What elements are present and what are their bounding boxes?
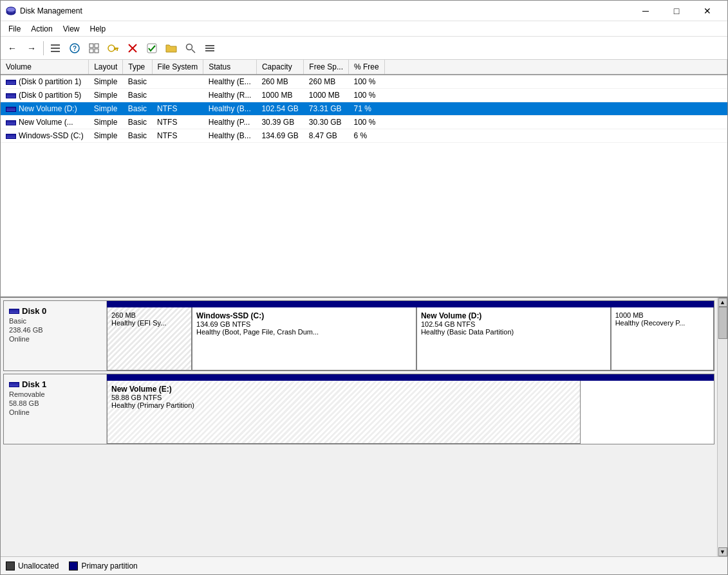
disk0-icon: [9, 309, 19, 314]
toolbar-menu[interactable]: [201, 39, 219, 57]
extra-cell: [384, 102, 727, 116]
svg-rect-15: [115, 49, 116, 50]
scroll-thumb[interactable]: [718, 307, 727, 339]
app-icon: [6, 6, 16, 16]
disk1-name: Disk 1: [22, 379, 46, 389]
disk0-partition-3[interactable]: New Volume (D:) 102.54 GB NTFS Healthy (…: [416, 307, 611, 370]
col-header-filesystem[interactable]: File System: [152, 60, 203, 75]
toolbar-help[interactable]: ?: [66, 39, 84, 57]
volume-cell: New Volume (D:): [1, 102, 89, 116]
col-header-extra: [384, 60, 727, 75]
table-row[interactable]: (Disk 0 partition 1)SimpleBasicHealthy (…: [1, 75, 727, 89]
vertical-scrollbar[interactable]: ▲ ▼: [717, 298, 727, 556]
extra-cell: [384, 129, 727, 143]
legend-primary-box: [69, 561, 78, 570]
scroll-down-arrow[interactable]: ▼: [718, 547, 727, 556]
svg-text:?: ?: [73, 45, 77, 52]
disk0-type: Basic: [9, 317, 101, 325]
e1-status: Healthy (Primary Partition): [111, 401, 576, 409]
table-row[interactable]: New Volume (...SimpleBasicNTFSHealthy (P…: [1, 116, 727, 129]
legend-primary: Primary partition: [69, 561, 137, 570]
scroll-track[interactable]: [718, 307, 727, 547]
p2-size: 134.69 GB NTFS: [196, 320, 412, 328]
legend-area: Unallocated Primary partition: [1, 556, 727, 574]
disk0-partitions: 260 MB Healthy (EFI Sy... Windows-SSD (C…: [107, 301, 714, 370]
minimize-button[interactable]: ─: [631, 1, 660, 21]
type-cell: Basic: [123, 89, 152, 102]
capacity-cell: 134.69 GB: [256, 129, 303, 143]
menu-file[interactable]: File: [3, 23, 26, 35]
toolbar-key[interactable]: [104, 39, 122, 57]
col-header-volume[interactable]: Volume: [1, 60, 89, 75]
menu-help[interactable]: Help: [85, 23, 111, 35]
col-header-free[interactable]: Free Sp...: [304, 60, 349, 75]
extra-cell: [384, 89, 727, 102]
disk1-header-bar: [107, 374, 714, 381]
svg-rect-3: [51, 44, 60, 46]
svg-point-12: [108, 45, 115, 51]
toolbar-delete[interactable]: [124, 39, 142, 57]
svg-rect-5: [51, 51, 60, 52]
maximize-button[interactable]: □: [662, 1, 691, 21]
extra-cell: [384, 116, 727, 129]
col-header-capacity[interactable]: Capacity: [256, 60, 303, 75]
filesystem-cell: NTFS: [152, 116, 203, 129]
layout-cell: Simple: [89, 102, 123, 116]
type-cell: Basic: [123, 75, 152, 89]
menu-view[interactable]: View: [58, 23, 85, 35]
table-row[interactable]: Windows-SSD (C:)SimpleBasicNTFSHealthy (…: [1, 129, 727, 143]
toolbar-separator-1: [43, 41, 44, 55]
disk1-empty: [581, 381, 714, 444]
disk1-icon: [9, 382, 19, 387]
toolbar-folder[interactable]: [162, 39, 180, 57]
svg-rect-4: [51, 48, 60, 49]
disk0-partition-2[interactable]: Windows-SSD (C:) 134.69 GB NTFS Healthy …: [192, 307, 416, 370]
toolbar-check[interactable]: [143, 39, 161, 57]
status-cell: Healthy (R...: [203, 89, 257, 102]
menu-action[interactable]: Action: [26, 23, 57, 35]
disk0-info: Disk 0 Basic 238.46 GB Online: [4, 301, 107, 370]
p4-status: Healthy (Recovery P...: [615, 319, 709, 327]
svg-rect-14: [117, 49, 118, 51]
volume-icon: [6, 134, 16, 139]
main-window: Disk Management ─ □ ✕ File Action View H…: [0, 0, 728, 575]
p2-status: Healthy (Boot, Page File, Crash Dum...: [196, 328, 412, 336]
disk0-status: Online: [9, 335, 101, 343]
svg-rect-21: [205, 45, 214, 46]
col-header-pctfree[interactable]: % Free: [349, 60, 385, 75]
table-row[interactable]: (Disk 0 partition 5)SimpleBasicHealthy (…: [1, 89, 727, 102]
col-header-type[interactable]: Type: [123, 60, 152, 75]
close-button[interactable]: ✕: [693, 1, 722, 21]
toolbar-list[interactable]: [46, 39, 64, 57]
volume-cell: (Disk 0 partition 1): [1, 75, 89, 89]
free-cell: 73.31 GB: [304, 102, 349, 116]
status-cell: Healthy (B...: [203, 129, 257, 143]
disk1-size: 58.88 GB: [9, 399, 101, 407]
volume-icon: [6, 120, 16, 125]
volume-cell: Windows-SSD (C:): [1, 129, 89, 143]
disk0-partition-1[interactable]: 260 MB Healthy (EFI Sy...: [107, 307, 192, 370]
scroll-up-arrow[interactable]: ▲: [718, 298, 727, 307]
toolbar-forward[interactable]: →: [23, 39, 41, 57]
p3-size: 102.54 GB NTFS: [421, 320, 606, 328]
disk1-partition-1[interactable]: New Volume (E:) 58.88 GB NTFS Healthy (P…: [107, 381, 581, 444]
toolbar-back[interactable]: ←: [3, 39, 21, 57]
disk1-visual: Disk 1 Removable 58.88 GB Online New Vol…: [3, 374, 714, 444]
col-header-layout[interactable]: Layout: [89, 60, 123, 75]
toolbar-search[interactable]: [182, 39, 200, 57]
disk-table-area[interactable]: Volume Layout Type File System Status Ca…: [1, 60, 727, 298]
volume-cell: (Disk 0 partition 5): [1, 89, 89, 102]
table-row[interactable]: New Volume (D:)SimpleBasicNTFSHealthy (B…: [1, 102, 727, 116]
volume-icon: [6, 107, 16, 112]
toolbar-grid[interactable]: [85, 39, 103, 57]
disk0-header-bar: [107, 301, 714, 307]
pctfree-cell: 6 %: [349, 129, 385, 143]
p1-size: 260 MB: [111, 311, 187, 319]
col-header-status[interactable]: Status: [203, 60, 257, 75]
pctfree-cell: 100 %: [349, 89, 385, 102]
disk0-partition-4[interactable]: 1000 MB Healthy (Recovery P...: [611, 307, 714, 370]
pctfree-cell: 71 %: [349, 102, 385, 116]
capacity-cell: 260 MB: [256, 75, 303, 89]
legend-unallocated-box: [6, 561, 15, 570]
layout-cell: Simple: [89, 89, 123, 102]
